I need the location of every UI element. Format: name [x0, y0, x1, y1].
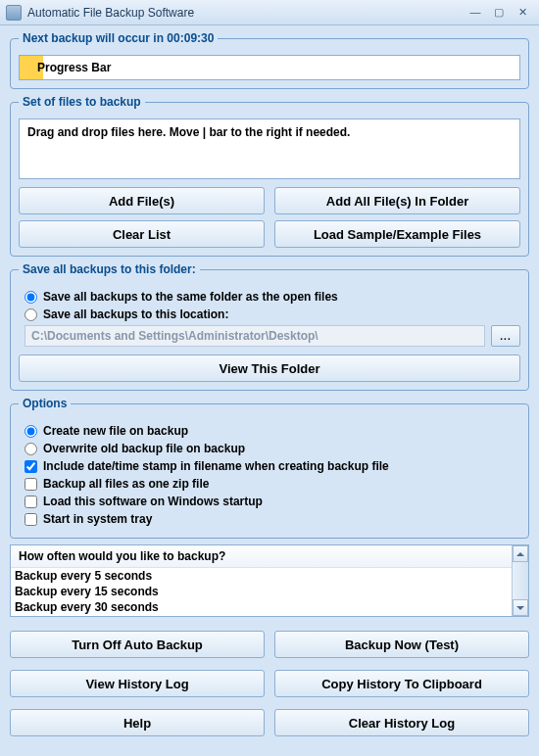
minimize-button[interactable]: — — [465, 5, 486, 21]
radio-same-folder[interactable]: Save all backups to the same folder as t… — [24, 290, 520, 304]
check-tray[interactable]: Start in system tray — [24, 512, 520, 526]
options-group: Options Create new file on backup Overwr… — [10, 397, 529, 539]
check-zip[interactable]: Backup all files as one zip file — [24, 477, 520, 491]
progress-bar: Progress Bar — [19, 55, 520, 80]
radio-overwrite-label: Overwrite old backup file on backup — [43, 442, 245, 455]
check-zip-label: Backup all files as one zip file — [43, 477, 209, 491]
check-datestamp-label: Include date/time stamp in filename when… — [43, 459, 389, 473]
saveto-legend: Save all backups to this folder: — [19, 262, 200, 276]
check-startup-input[interactable] — [24, 496, 37, 508]
window-title: Automatic File Backup Software — [27, 6, 463, 20]
check-tray-input[interactable] — [24, 513, 37, 526]
maximize-button[interactable]: ▢ — [488, 5, 510, 21]
fileset-group: Set of files to backup Drag and drop fil… — [10, 95, 529, 257]
saveto-group: Save all backups to this folder: Save al… — [10, 262, 529, 391]
load-sample-button[interactable]: Load Sample/Example Files — [274, 220, 520, 248]
frequency-header: How often would you like to backup? — [11, 545, 512, 568]
chevron-down-icon — [516, 606, 524, 610]
progress-group: Next backup will occur in 00:09:30 Progr… — [10, 31, 529, 89]
list-item[interactable]: Backup every 30 seconds — [11, 599, 512, 615]
frequency-listbox[interactable]: How often would you like to backup? Back… — [10, 544, 529, 617]
check-datestamp[interactable]: Include date/time stamp in filename when… — [24, 459, 520, 473]
radio-location-input[interactable] — [24, 308, 37, 321]
file-list-placeholder: Drag and drop files here. Move | bar to … — [27, 125, 350, 139]
clear-list-button[interactable]: Clear List — [19, 220, 265, 248]
chevron-up-icon — [516, 552, 524, 556]
scroll-track[interactable] — [513, 562, 528, 599]
title-bar: Automatic File Backup Software — ▢ ✕ — [0, 0, 539, 25]
radio-same-label: Save all backups to the same folder as t… — [43, 290, 338, 304]
check-zip-input[interactable] — [24, 478, 37, 491]
file-list[interactable]: Drag and drop files here. Move | bar to … — [19, 118, 520, 179]
check-tray-label: Start in system tray — [43, 512, 152, 526]
radio-same-input[interactable] — [24, 291, 37, 304]
scroll-down-button[interactable] — [513, 599, 528, 616]
add-files-button[interactable]: Add File(s) — [19, 187, 265, 214]
list-item[interactable]: Backup every 5 seconds — [11, 568, 512, 584]
help-button[interactable]: Help — [10, 709, 265, 736]
radio-location-label: Save all backups to this location: — [43, 307, 228, 321]
radio-location[interactable]: Save all backups to this location: — [24, 307, 520, 321]
progress-label: Progress Bar — [37, 61, 111, 74]
copy-log-button[interactable]: Copy History To Clipboard — [274, 670, 529, 697]
radio-overwrite[interactable]: Overwrite old backup file on backup — [24, 442, 520, 455]
view-log-button[interactable]: View History Log — [10, 670, 265, 697]
radio-create-new[interactable]: Create new file on backup — [24, 424, 520, 438]
backup-now-button[interactable]: Backup Now (Test) — [274, 631, 529, 658]
fileset-legend: Set of files to backup — [19, 95, 145, 109]
radio-overwrite-input[interactable] — [24, 443, 37, 455]
path-input[interactable] — [24, 325, 485, 347]
check-startup[interactable]: Load this software on Windows startup — [24, 495, 520, 508]
app-icon — [6, 5, 22, 21]
close-button[interactable]: ✕ — [512, 5, 533, 21]
check-datestamp-input[interactable] — [24, 460, 37, 473]
clear-log-button[interactable]: Clear History Log — [274, 709, 529, 736]
options-legend: Options — [19, 397, 71, 410]
turnoff-button[interactable]: Turn Off Auto Backup — [10, 631, 265, 658]
radio-create-input[interactable] — [24, 425, 37, 438]
view-folder-button[interactable]: View This Folder — [19, 354, 520, 382]
scroll-up-button[interactable] — [513, 545, 528, 562]
progress-legend: Next backup will occur in 00:09:30 — [19, 31, 218, 45]
check-startup-label: Load this software on Windows startup — [43, 495, 263, 508]
radio-create-label: Create new file on backup — [43, 424, 188, 438]
scrollbar[interactable] — [512, 545, 528, 616]
add-folder-button[interactable]: Add All File(s) In Folder — [274, 187, 520, 214]
browse-button[interactable]: ... — [491, 325, 520, 347]
list-item[interactable]: Backup every 15 seconds — [11, 584, 512, 599]
